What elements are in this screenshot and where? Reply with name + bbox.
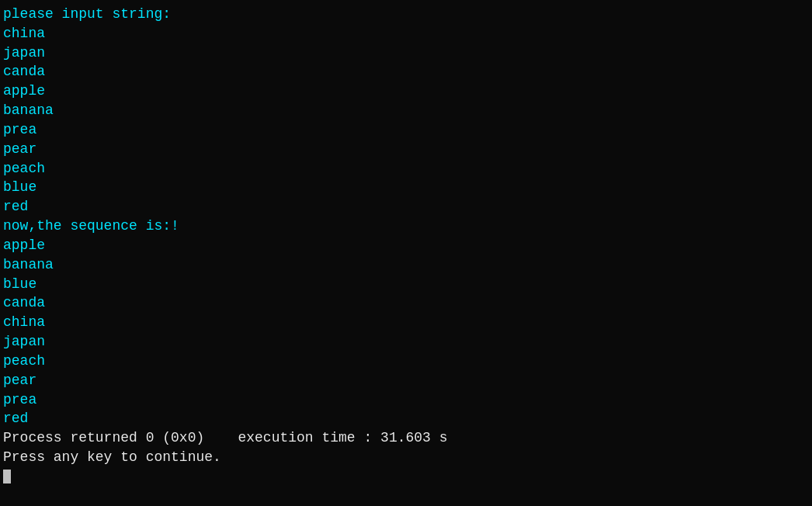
terminal-line: Process returned 0 (0x0) execution time …: [3, 428, 809, 448]
terminal-line: peach: [3, 159, 809, 178]
terminal-window: please input string:chinajapancandaapple…: [0, 0, 812, 506]
terminal-line: red: [3, 409, 809, 428]
terminal-line: prea: [3, 390, 809, 410]
terminal-line: now,the sequence is:!: [3, 217, 809, 236]
terminal-line: japan: [3, 332, 809, 352]
terminal-line: please input string:: [3, 5, 809, 24]
terminal-line: Press any key to continue.: [3, 448, 809, 467]
terminal-line: canda: [3, 62, 809, 81]
terminal-line: red: [3, 197, 809, 217]
terminal-line: japan: [3, 43, 809, 63]
terminal-line: pear: [3, 140, 809, 159]
terminal-line: china: [3, 24, 809, 43]
cursor-line: [3, 467, 809, 487]
terminal-line: peach: [3, 352, 809, 371]
terminal-line: prea: [3, 120, 809, 140]
terminal-line: pear: [3, 371, 809, 390]
terminal-line: apple: [3, 236, 809, 255]
terminal-line: banana: [3, 101, 809, 120]
terminal-line: canda: [3, 293, 809, 313]
terminal-line: banana: [3, 255, 809, 275]
terminal-line: apple: [3, 81, 809, 101]
terminal-line: blue: [3, 178, 809, 197]
terminal-line: blue: [3, 275, 809, 294]
terminal-line: china: [3, 313, 809, 332]
terminal-cursor: [3, 470, 11, 483]
